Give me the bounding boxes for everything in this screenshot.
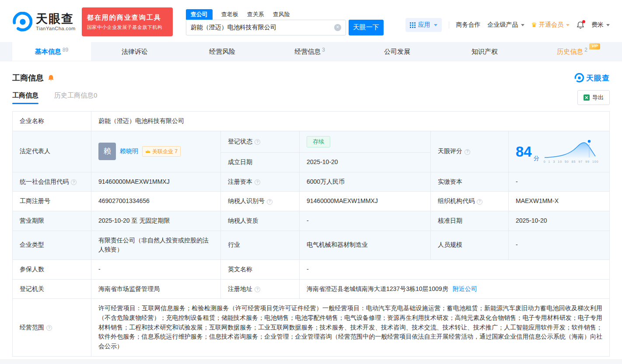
subtab-row: 工商信息 历史工商信息0 导出 xyxy=(12,90,610,105)
tab-legal-proceedings[interactable]: 法律诉讼 xyxy=(91,42,178,61)
top-header: 天眼查 TianYanCha.com 都在用的商业查询工具 国家中小企业发展子基… xyxy=(0,0,622,42)
table-row: 统一社会信用代码? 91460000MAEXW1MMXJ 注册资本? 6000万… xyxy=(13,172,610,192)
help-icon[interactable]: ? xyxy=(255,139,260,145)
clear-icon[interactable]: × xyxy=(334,24,341,31)
notification-bell[interactable] xyxy=(577,21,584,29)
reg-status-cell: 存续 xyxy=(300,131,431,152)
watermark-text: 天眼查 xyxy=(586,73,610,83)
field-label: 实缴资本 xyxy=(431,172,509,192)
tab-intellectual-property[interactable]: 知识产权 xyxy=(441,42,528,61)
org-code-value: MAEXW1MM-X xyxy=(509,192,610,211)
related-company-badge[interactable]: 关联企业 7 xyxy=(142,146,181,157)
company-name-value: 蔚能（澄迈）电池科技有限公司 xyxy=(91,112,610,131)
tyc-score-label: 天眼评分 xyxy=(438,147,462,154)
tianyancha-logo[interactable]: 天眼查 TianYanCha.com xyxy=(12,12,76,32)
open-vip-link[interactable]: ♛ 开通会员 xyxy=(531,21,570,29)
table-row: 工商注册号 469027001334656 纳税人识别号? 91460000MA… xyxy=(13,192,610,211)
field-label: 企业名称 xyxy=(13,112,91,131)
help-icon[interactable]: ? xyxy=(255,179,260,185)
legal-rep-cell: 赖 赖晓明 关联企业 7 xyxy=(91,131,221,172)
help-icon[interactable]: ? xyxy=(267,199,273,205)
credit-code-label: 统一社会信用代码 xyxy=(20,178,69,185)
help-icon[interactable]: ? xyxy=(46,325,52,331)
subtab-history-business-info[interactable]: 历史工商信息0 xyxy=(54,91,97,104)
apps-menu[interactable]: 应用 xyxy=(405,18,442,32)
excel-icon xyxy=(584,94,590,101)
header-right: 应用 商务合作 企业级产品 ♛ 开通会员 费米 xyxy=(405,18,610,32)
legal-rep-link[interactable]: 赖晓明 xyxy=(120,147,138,156)
score-curve-icon xyxy=(544,138,597,159)
field-label: 参保人数 xyxy=(13,259,91,279)
tab-label: 公司发展 xyxy=(384,48,410,55)
search-tab-boss[interactable]: 查老板 xyxy=(221,9,238,20)
company-section-nav: 基本信息89 法律诉讼 经营风险 经营信息3 公司发展 知识产权 VIP 历史信… xyxy=(0,42,622,61)
field-label: 纳税人识别号? xyxy=(221,192,300,211)
score-value: 84 xyxy=(516,144,532,159)
search-tab-relation[interactable]: 查关系 xyxy=(247,9,264,20)
chevron-down-icon xyxy=(606,24,610,26)
brand-domain: TianYanCha.com xyxy=(36,26,76,31)
field-label: 工商注册号 xyxy=(13,192,91,211)
tianyancha-logo-icon xyxy=(12,12,32,32)
promo-slogan-2: 国家中小企业发展子基金旗下机构 xyxy=(87,24,168,31)
search-tab-risk[interactable]: 查风险 xyxy=(273,9,290,20)
user-menu[interactable]: 费米 xyxy=(591,21,610,29)
chevron-down-icon xyxy=(566,24,570,26)
reg-authority-value: 海南省市场监督管理局 xyxy=(91,279,221,299)
approval-date-value: 2025-10-20 xyxy=(509,211,610,231)
promo-banner: 都在用的商业查询工具 国家中小企业发展子基金旗下机构 xyxy=(82,7,173,36)
tab-company-development[interactable]: 公司发展 xyxy=(353,42,441,61)
table-row: 经营范围? 许可经营项目：互联网信息服务；检验检测服务（许可经营项目凭许可证件经… xyxy=(13,299,610,356)
business-scope-value: 许可经营项目：互联网信息服务；检验检测服务（许可经营项目凭许可证件经营）一般经营… xyxy=(91,299,610,356)
search-tab-company[interactable]: 查公司 xyxy=(186,9,213,20)
company-type-value: 有限责任公司（非自然人投资或控股的法人独资） xyxy=(91,231,221,259)
field-label: 营业期限 xyxy=(13,211,91,231)
help-icon[interactable]: ? xyxy=(477,199,482,205)
tab-operation-info[interactable]: 经营信息3 xyxy=(266,42,353,61)
tab-operation-risk[interactable]: 经营风险 xyxy=(178,42,266,61)
notification-dot xyxy=(582,20,585,23)
search-area: 查公司 查老板 查关系 查风险 × 天眼一下 xyxy=(186,9,384,35)
reg-number-value: 469027001334656 xyxy=(91,192,221,211)
field-label: 企业类型 xyxy=(13,231,91,259)
score-unit: 分 xyxy=(534,154,539,163)
username: 费米 xyxy=(591,21,604,29)
staff-size-value: - xyxy=(509,231,610,259)
avatar[interactable]: 赖 xyxy=(98,143,116,160)
enterprise-products-menu[interactable]: 企业级产品 xyxy=(488,21,524,29)
reg-address-value: 海南省澄迈县老城镇南海大道1237号3栋10层1009房 xyxy=(307,285,448,292)
establish-date-value: 2025-10-20 xyxy=(300,152,431,172)
crown-icon xyxy=(145,150,150,154)
subscribe-bell[interactable] xyxy=(47,74,55,82)
enterprise-label: 企业级产品 xyxy=(488,21,518,29)
business-cooperation-link[interactable]: 商务合作 xyxy=(456,21,481,29)
field-label: 注册地址? xyxy=(221,279,300,299)
nearby-companies-link[interactable]: 附近公司 xyxy=(453,285,477,292)
search-input-wrap: × xyxy=(186,20,346,35)
taxpayer-quality-value: - xyxy=(300,211,431,231)
bell-icon xyxy=(47,74,55,82)
tab-history-info[interactable]: VIP 历史信息2 xyxy=(528,42,616,61)
tianyancha-logo-icon xyxy=(574,73,584,83)
credit-code-value: 91460000MAEXW1MMXJ xyxy=(91,172,221,192)
tab-label: 经营风险 xyxy=(209,48,235,55)
search-button[interactable]: 天眼一下 xyxy=(349,20,384,35)
search-input[interactable] xyxy=(191,24,334,31)
score-curve-chart: 0 1 3 10 50 85 97 99 100 xyxy=(544,138,599,164)
help-icon[interactable]: ? xyxy=(465,149,470,155)
brand-name: 天眼查 xyxy=(36,13,76,26)
table-row: 企业类型 有限责任公司（非自然人投资或控股的法人独资） 行业 电气机械和器材制造… xyxy=(13,231,610,259)
subtab-business-info[interactable]: 工商信息 xyxy=(12,91,38,104)
paid-capital-value: - xyxy=(509,172,610,192)
tyc-score-cell[interactable]: 84 分 xyxy=(509,131,610,172)
field-label: 登记机关 xyxy=(13,279,91,299)
help-icon[interactable]: ? xyxy=(255,287,260,292)
table-row: 参保人数 - 英文名称 - xyxy=(13,259,610,279)
export-button[interactable]: 导出 xyxy=(577,90,610,105)
english-name-value: - xyxy=(300,259,610,279)
tab-basic-info[interactable]: 基本信息89 xyxy=(12,42,91,61)
search-tabs: 查公司 查老板 查关系 查风险 xyxy=(186,9,384,20)
table-row: 登记机关 海南省市场监督管理局 注册地址? 海南省澄迈县老城镇南海大道1237号… xyxy=(13,279,610,299)
help-icon[interactable]: ? xyxy=(71,179,77,185)
tab-label: 基本信息 xyxy=(35,48,61,55)
